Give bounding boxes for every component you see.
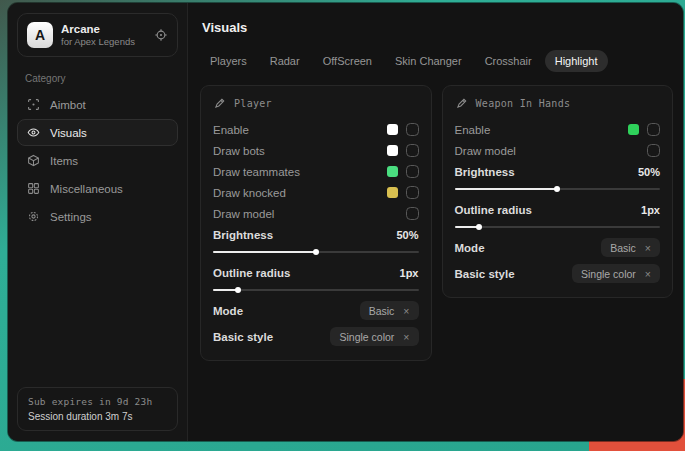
- row-outline-radius: Outline radius 1px: [213, 262, 419, 291]
- basic-style-chip[interactable]: Single color ×: [572, 264, 660, 283]
- subscription-info-card: Sub expires in 9d 23h Session duration 3…: [17, 387, 178, 431]
- eye-icon: [27, 126, 40, 139]
- sidebar-item-label: Aimbot: [50, 99, 86, 111]
- aimbot-crosshair-icon: [27, 98, 40, 111]
- main-content: Visuals Players Radar OffScreen Skin Cha…: [188, 3, 683, 441]
- mode-chip[interactable]: Basic ×: [360, 301, 419, 320]
- sidebar-item-label: Items: [50, 155, 78, 167]
- color-swatch[interactable]: [387, 124, 398, 135]
- highlighter-icon: [213, 97, 226, 110]
- row-enable: Enable: [213, 119, 419, 140]
- sidebar-item-miscellaneous[interactable]: Miscellaneous: [17, 175, 178, 202]
- color-swatch[interactable]: [387, 187, 398, 198]
- row-mode: Mode Basic ×: [455, 237, 661, 258]
- outline-radius-slider[interactable]: [455, 226, 661, 228]
- checkbox[interactable]: [647, 144, 660, 157]
- app-logo: A: [27, 22, 53, 48]
- reticle-icon[interactable]: [154, 28, 168, 42]
- category-label: Category: [25, 73, 170, 84]
- row-basic-style: Basic style Single color ×: [455, 263, 661, 284]
- close-icon[interactable]: ×: [645, 268, 651, 280]
- app-header-card: A Arcane for Apex Legends: [17, 13, 178, 57]
- row-basic-style: Basic style Single color ×: [213, 326, 419, 347]
- checkbox[interactable]: [406, 186, 419, 199]
- sub-expiry-text: Sub expires in 9d 23h: [28, 396, 167, 407]
- sidebar-item-items[interactable]: Items: [17, 147, 178, 174]
- highlighter-icon: [455, 97, 468, 110]
- slider-value: 1px: [400, 267, 419, 279]
- sidebar-item-label: Miscellaneous: [50, 183, 123, 195]
- sidebar-item-settings[interactable]: Settings: [17, 203, 178, 230]
- checkbox[interactable]: [647, 123, 660, 136]
- tab-highlight[interactable]: Highlight: [545, 50, 608, 72]
- checkbox[interactable]: [406, 207, 419, 220]
- tab-crosshair[interactable]: Crosshair: [475, 50, 542, 72]
- color-swatch[interactable]: [387, 145, 398, 156]
- row-brightness: Brightness 50%: [213, 224, 419, 253]
- panel-title: Player: [234, 98, 272, 109]
- checkbox[interactable]: [406, 165, 419, 178]
- brightness-slider[interactable]: [455, 188, 661, 190]
- row-enable: Enable: [455, 119, 661, 140]
- basic-style-chip[interactable]: Single color ×: [330, 327, 418, 346]
- sidebar-item-label: Visuals: [50, 127, 87, 139]
- gear-icon: [27, 210, 40, 223]
- close-icon[interactable]: ×: [403, 331, 409, 343]
- checkbox[interactable]: [406, 123, 419, 136]
- sidebar-item-label: Settings: [50, 211, 92, 223]
- color-swatch[interactable]: [628, 124, 639, 135]
- tab-skin-changer[interactable]: Skin Changer: [385, 50, 472, 72]
- mode-chip[interactable]: Basic ×: [601, 238, 660, 257]
- row-draw-teammates: Draw teammates: [213, 161, 419, 182]
- sidebar-item-aimbot[interactable]: Aimbot: [17, 91, 178, 118]
- app-subtitle: for Apex Legends: [61, 36, 135, 48]
- sidebar: A Arcane for Apex Legends Category: [8, 3, 188, 441]
- row-draw-bots: Draw bots: [213, 140, 419, 161]
- app-window: A Arcane for Apex Legends Category: [8, 3, 683, 441]
- color-swatch[interactable]: [387, 166, 398, 177]
- row-draw-knocked: Draw knocked: [213, 182, 419, 203]
- sidebar-nav: Aimbot Visuals Items: [17, 91, 178, 231]
- tab-offscreen[interactable]: OffScreen: [313, 50, 382, 72]
- row-mode: Mode Basic ×: [213, 300, 419, 321]
- tab-players[interactable]: Players: [200, 50, 257, 72]
- session-duration-text: Session duration 3m 7s: [28, 411, 167, 422]
- cube-icon: [27, 154, 40, 167]
- close-icon[interactable]: ×: [645, 242, 651, 254]
- panel-weapon-in-hands: Weapon In Hands Enable Draw model Bright…: [442, 85, 674, 298]
- close-icon[interactable]: ×: [403, 305, 409, 317]
- panel-player: Player Enable Draw bots: [200, 85, 432, 361]
- panel-title: Weapon In Hands: [476, 98, 571, 109]
- slider-value: 1px: [641, 204, 660, 216]
- grid-icon: [27, 182, 40, 195]
- panels-container: Player Enable Draw bots: [200, 85, 673, 361]
- slider-value: 50%: [396, 229, 418, 241]
- brightness-slider[interactable]: [213, 251, 419, 253]
- app-title: Arcane: [61, 22, 135, 36]
- tab-bar: Players Radar OffScreen Skin Changer Cro…: [200, 50, 673, 72]
- page-title: Visuals: [202, 20, 673, 35]
- checkbox[interactable]: [406, 144, 419, 157]
- outline-radius-slider[interactable]: [213, 289, 419, 291]
- slider-value: 50%: [638, 166, 660, 178]
- tab-radar[interactable]: Radar: [260, 50, 310, 72]
- sidebar-item-visuals[interactable]: Visuals: [17, 119, 178, 146]
- row-outline-radius: Outline radius 1px: [455, 199, 661, 228]
- row-draw-model: Draw model: [455, 140, 661, 161]
- row-brightness: Brightness 50%: [455, 161, 661, 190]
- row-draw-model: Draw model: [213, 203, 419, 224]
